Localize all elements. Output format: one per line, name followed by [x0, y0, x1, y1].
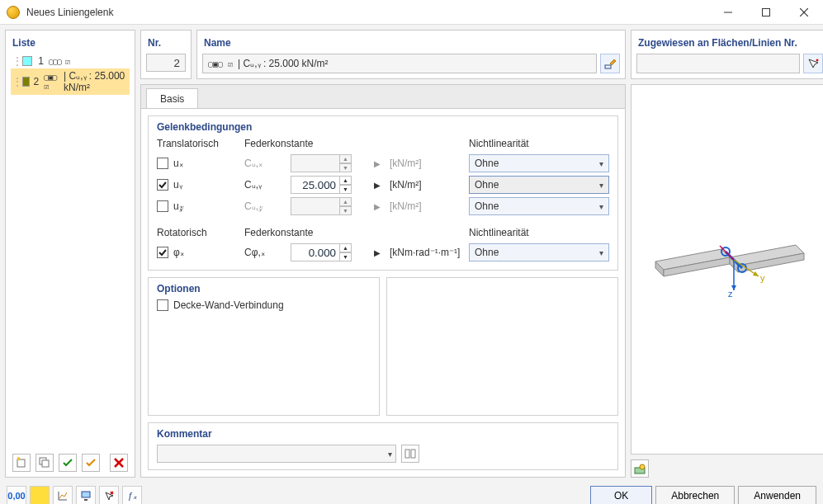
swatch-icon [22, 56, 32, 66]
empty-group [386, 277, 618, 416]
spin-down[interactable]: ▼ [340, 185, 352, 194]
preview-3d-icon: z y [647, 212, 812, 327]
pick-assigned-button[interactable] [803, 54, 823, 73]
svg-rect-4 [17, 459, 25, 467]
uz-value-input[interactable] [291, 197, 340, 215]
uz-checkbox[interactable] [157, 200, 168, 212]
options-title: Optionen [157, 283, 371, 294]
svg-rect-1 [763, 8, 770, 16]
list-items[interactable]: ⋮ 1 ▢▢▢ ☑ ⋮ 2 ▢▣▢ ☑ | Cᵤ,ᵧ : 25.000 kN/m… [11, 54, 130, 450]
svg-rect-12 [405, 450, 409, 458]
edit-name-button[interactable] [600, 54, 620, 73]
delete-item-button[interactable] [110, 454, 128, 472]
uz-label: u𝓏 [173, 200, 183, 212]
list-row[interactable]: ⋮ 2 ▢▣▢ ☑ | Cᵤ,ᵧ : 25.000 kN/m² [11, 68, 130, 95]
window-maximize[interactable] [747, 0, 785, 25]
remove-cursor-button[interactable] [99, 486, 119, 504]
ux-label: uₓ [173, 158, 183, 169]
svg-rect-13 [411, 450, 415, 458]
phix-nonlin-select[interactable]: Ohne▾ [469, 243, 609, 261]
new-item-button[interactable] [12, 454, 31, 472]
svg-marker-27 [753, 271, 759, 276]
conditions-group: Gelenkbedingungen Translatorisch Federko… [148, 115, 618, 271]
swatch-icon [22, 77, 30, 87]
tabs-container: Basis Gelenkbedingungen Translatorisch F… [140, 84, 626, 478]
svg-rect-6 [42, 460, 49, 467]
name-label: Name [202, 34, 620, 54]
preview-panel: z y [631, 84, 823, 455]
options-group: Optionen Decke-Wand-Verbindung [148, 277, 380, 416]
assigned-input[interactable] [636, 54, 800, 73]
name-input[interactable]: ▢▣▢ ☑ | Cᵤ,ᵧ : 25.000 kN/m² [202, 54, 597, 73]
nr-panel: Nr. [140, 30, 192, 79]
preview-settings-button[interactable] [631, 459, 649, 478]
nr-input[interactable] [146, 54, 186, 72]
arrow-icon: ▶ [371, 202, 383, 211]
comment-title: Kommentar [157, 428, 609, 440]
spin-down[interactable]: ▼ [340, 206, 352, 215]
svg-text:z: z [728, 289, 733, 299]
svg-text:y: y [760, 273, 765, 283]
copy-item-button[interactable] [35, 454, 54, 472]
conditions-title: Gelenkbedingungen [157, 121, 609, 133]
graph-button[interactable] [53, 486, 73, 504]
apply-button[interactable]: Anwenden [738, 486, 816, 504]
spin-up[interactable]: ▲ [340, 154, 352, 163]
uy-value-input[interactable] [291, 176, 340, 194]
window-minimize[interactable] [709, 0, 747, 25]
window-title: Neues Liniengelenk [26, 7, 113, 18]
spin-up[interactable]: ▲ [340, 176, 352, 185]
check-green-button[interactable] [59, 454, 77, 472]
uz-nonlin-select[interactable]: Ohne▾ [469, 197, 609, 215]
phix-label: φₓ [173, 247, 184, 258]
svg-rect-9 [605, 65, 611, 68]
monitor-button[interactable] [76, 486, 96, 504]
assigned-panel: Zugewiesen an Flächen/Linien Nr. [631, 30, 823, 79]
ux-value-input[interactable] [291, 154, 340, 172]
arrow-icon[interactable]: ▶ [371, 248, 383, 257]
nr-label: Nr. [146, 34, 186, 54]
svg-point-31 [640, 464, 645, 469]
tab-basis[interactable]: Basis [146, 88, 198, 109]
list-row[interactable]: ⋮ 1 ▢▢▢ ☑ [11, 54, 130, 68]
comment-select[interactable]: ▾ [157, 445, 396, 463]
uy-label: uᵧ [173, 179, 182, 191]
highlight-button[interactable] [30, 486, 50, 504]
rot-header: Rotatorisch [157, 219, 239, 240]
arrow-icon[interactable]: ▶ [371, 181, 383, 190]
deck-wall-label: Decke-Wand-Verbindung [173, 299, 284, 311]
spring-header: Federkonstante [244, 138, 385, 151]
spin-down[interactable]: ▼ [340, 252, 352, 261]
list-panel: Liste ⋮ 1 ▢▢▢ ☑ ⋮ 2 ▢▣▢ ☑ | Cᵤ,ᵧ : [5, 30, 135, 478]
units-button[interactable]: 0,00 [7, 486, 26, 504]
bottom-bar: 0,00 ƒₓ OK Abbrechen Anwenden [0, 483, 823, 504]
comment-library-button[interactable] [401, 445, 419, 463]
uy-nonlin-select[interactable]: Ohne▾ [469, 176, 609, 194]
arrow-icon: ▶ [371, 159, 383, 168]
ux-nonlin-select[interactable]: Ohne▾ [469, 154, 609, 172]
svg-rect-34 [82, 492, 90, 497]
window-close[interactable] [785, 0, 823, 25]
deck-wall-checkbox[interactable] [157, 299, 168, 311]
name-panel: Name ▢▣▢ ☑ | Cᵤ,ᵧ : 25.000 kN/m² [196, 30, 626, 79]
nonlin-header: Nichtlinearität [469, 138, 609, 151]
assigned-label: Zugewiesen an Flächen/Linien Nr. [636, 34, 823, 54]
spin-up[interactable]: ▲ [340, 197, 352, 206]
list-label: Liste [11, 34, 130, 54]
ok-button[interactable]: OK [590, 486, 652, 504]
check-orange-button[interactable] [82, 454, 100, 472]
spin-up[interactable]: ▲ [340, 243, 352, 252]
comment-group: Kommentar ▾ [148, 422, 618, 470]
fx-button[interactable]: ƒₓ [122, 486, 142, 504]
phix-checkbox[interactable] [157, 247, 168, 258]
cancel-button[interactable]: Abbrechen [655, 486, 735, 504]
spin-down[interactable]: ▼ [340, 163, 352, 172]
ux-checkbox[interactable] [157, 158, 168, 169]
app-icon [7, 6, 20, 19]
phix-value-input[interactable] [291, 243, 340, 261]
uy-checkbox[interactable] [157, 179, 168, 191]
titlebar: Neues Liniengelenk [0, 0, 823, 25]
trans-header: Translatorisch [157, 138, 239, 151]
